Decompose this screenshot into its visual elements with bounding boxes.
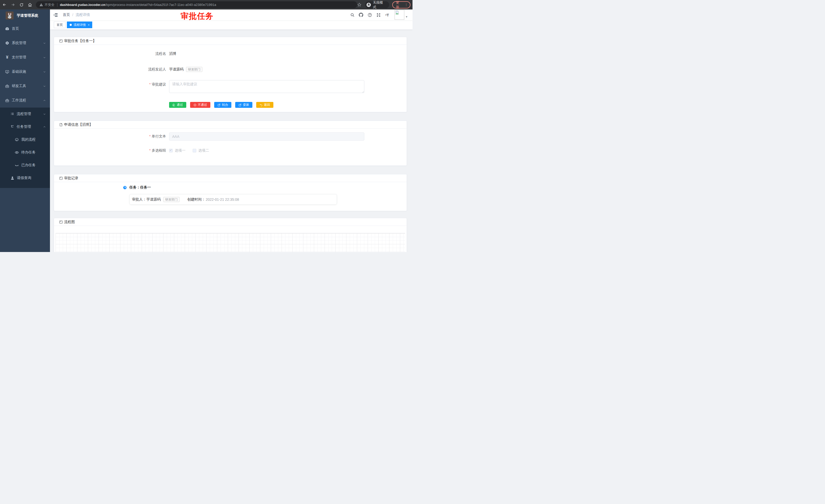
sidebar-item-label: 待办任务	[21, 150, 35, 155]
edit-icon	[238, 103, 242, 106]
required-asterisk: *	[149, 148, 151, 152]
approval-card-icon	[59, 39, 63, 43]
toolbox-icon	[5, 98, 9, 102]
single-text-label: *单行文本	[59, 134, 169, 139]
assignee-label: 审批人：	[132, 197, 146, 202]
browser-update-button[interactable]: 更新 ⋮	[392, 1, 410, 8]
card-title: 审批任务【任务一】	[64, 39, 96, 43]
sidebar-item-label: 工作流程	[12, 98, 26, 103]
security-label: 不安全	[45, 3, 55, 7]
app-logo-row: 🐰 芋道管理系统	[0, 9, 50, 21]
sidebar-item-workflow[interactable]: 工作流程	[0, 93, 50, 107]
close-icon[interactable]: ×	[88, 23, 89, 26]
card-header: 审批任务【任务一】	[54, 37, 406, 45]
single-text-input[interactable]	[169, 133, 364, 141]
sidebar-item-leave-query[interactable]: 请假查询	[0, 172, 50, 184]
sidebar-item-label: 研发工具	[12, 84, 26, 88]
approval-actions: 通过 不通过 转办 委派 退回	[169, 102, 401, 108]
active-tab-dot	[70, 24, 72, 26]
suggestion-row: *审批建议	[59, 80, 401, 94]
gear-icon	[5, 41, 9, 45]
assignee-dept-tag: 研发部门	[163, 197, 179, 202]
application-info-card: 申请信息【滔博】 *单行文本 *多选框组 选项一 选项二	[54, 120, 407, 166]
sidebar-item-infra[interactable]: 基础设施	[0, 65, 50, 79]
help-icon[interactable]	[366, 11, 373, 18]
required-asterisk: *	[149, 82, 151, 86]
checkbox-checked-icon	[169, 149, 173, 152]
created-time-label: 创建时间：	[187, 197, 205, 202]
tab-home[interactable]: 首页	[54, 21, 66, 28]
breadcrumb-home[interactable]: 首页	[63, 12, 70, 17]
undo-icon	[259, 103, 262, 106]
page-url[interactable]: dashboard.yudao.iocoder.cn/bpm/process-i…	[60, 3, 216, 7]
sidebar-item-task-mgmt[interactable]: 任务管理	[0, 120, 50, 133]
initiator-dept-tag: 研发部门	[186, 67, 203, 72]
checkbox-option-2[interactable]: 选项二	[193, 148, 209, 153]
process-name-value: 滔博	[169, 52, 176, 56]
browser-menu-icon[interactable]: ⋮	[404, 3, 408, 7]
checkbox-group: 选项一 选项二	[169, 148, 216, 153]
suggestion-label: *审批建议	[59, 80, 169, 87]
broken-image-icon	[395, 10, 399, 15]
search-icon[interactable]	[349, 11, 356, 18]
sidebar-item-home[interactable]: 首页	[0, 21, 50, 36]
sidebar-item-process-mgmt[interactable]: 流程管理	[0, 107, 50, 120]
font-size-icon[interactable]: тT	[384, 11, 390, 18]
sidebar-item-label: 流程管理	[17, 112, 31, 116]
tab-label: 流程详情	[74, 23, 86, 27]
reject-button[interactable]: 不通过	[190, 102, 210, 108]
sidebar-item-devtools[interactable]: 研发工具	[0, 79, 50, 93]
delegate-button[interactable]: 委派	[235, 102, 252, 108]
sidebar-item-my-process[interactable]: 我的流程	[0, 133, 50, 146]
card-title: 审批记录	[64, 176, 78, 180]
suggestion-textarea[interactable]	[169, 80, 364, 93]
toolbox-icon	[5, 84, 9, 88]
approve-button[interactable]: 通过	[169, 102, 186, 108]
initiator-row: 流程发起人 芋道源码 研发部门	[59, 67, 401, 72]
github-icon[interactable]	[358, 11, 364, 18]
insecure-warning-icon[interactable]	[40, 3, 43, 6]
tab-process-detail[interactable]: 流程详情 ×	[67, 21, 92, 28]
sidebar-item-label: 首页	[12, 26, 19, 31]
return-button[interactable]: 退回	[256, 102, 273, 108]
breadcrumb: 首页 / 流程详情	[63, 12, 90, 17]
circle-close-icon	[194, 103, 197, 106]
timeline-task-title: 任务：任务一	[129, 185, 151, 190]
sidebar-collapse-icon[interactable]	[53, 12, 58, 17]
eye-closed-icon	[15, 163, 19, 167]
bookmark-star-icon[interactable]	[357, 3, 362, 7]
back-icon[interactable]	[1, 1, 8, 9]
assignee-value: 芋道源码	[146, 197, 161, 202]
card-header: 审批记录	[54, 174, 406, 182]
chevron-down-icon	[43, 56, 46, 59]
avatar-dropdown-caret-icon[interactable]: ▼	[405, 15, 408, 18]
transfer-button[interactable]: 转办	[214, 102, 231, 108]
fullscreen-icon[interactable]	[375, 11, 382, 18]
chevron-down-icon	[43, 70, 46, 73]
bpmn-canvas[interactable]	[56, 233, 405, 252]
breadcrumb-current: 流程详情	[76, 12, 90, 17]
checkbox-option-1[interactable]: 选项一	[169, 148, 185, 153]
avatar[interactable]	[394, 10, 404, 20]
reload-icon[interactable]	[18, 1, 25, 9]
sidebar-item-todo-tasks[interactable]: 待办任务	[0, 146, 50, 159]
single-text-row: *单行文本	[59, 133, 401, 141]
sidebar-item-system[interactable]: 系统管理	[0, 36, 50, 50]
sidebar-item-label: 任务管理	[17, 124, 31, 129]
sidebar-item-done-tasks[interactable]: 已办任务	[0, 159, 50, 172]
home-icon[interactable]	[26, 1, 34, 9]
chevron-up-icon	[43, 125, 46, 128]
app-header: 首页 / 流程详情 тT ▼	[50, 9, 412, 20]
address-bar[interactable]: 不安全 dashboard.yudao.iocoder.cn/bpm/proce…	[36, 1, 357, 8]
sidebar-item-label: 已办任务	[21, 163, 35, 167]
sidebar-item-payment[interactable]: ¥ 支付管理	[0, 50, 50, 65]
forward-icon[interactable]	[9, 1, 17, 9]
sidebar-item-label: 基础设施	[12, 69, 26, 74]
process-diagram-card: 流程图	[54, 218, 407, 252]
browser-toolbar: 不安全 dashboard.yudao.iocoder.cn/bpm/proce…	[0, 0, 412, 9]
annotation-approval-task: 审批任务	[180, 11, 213, 21]
card-title: 流程图	[64, 220, 75, 224]
face-icon	[15, 138, 19, 142]
records-card-icon	[59, 176, 63, 180]
incognito-icon	[366, 2, 371, 7]
